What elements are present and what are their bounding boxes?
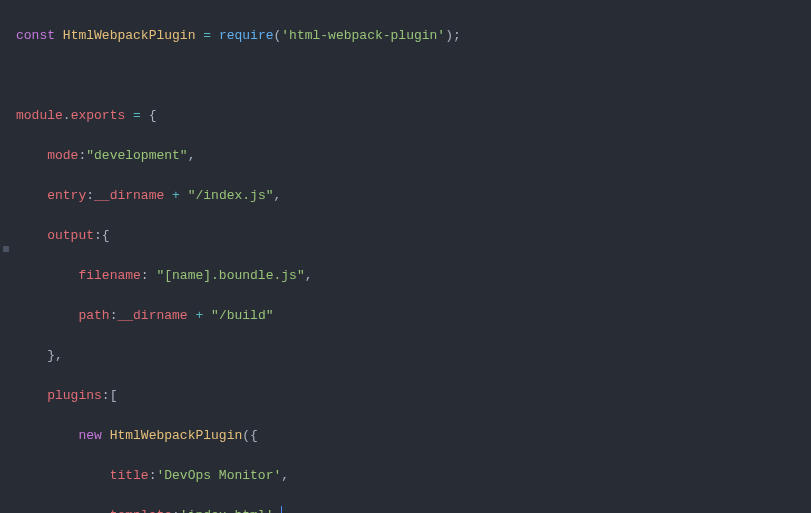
code-line: }, (16, 346, 811, 366)
code-line: mode:"development", (16, 146, 811, 166)
code-line: title:'DevOps Monitor', (16, 466, 811, 486)
code-line: module.exports = { (16, 106, 811, 126)
code-line: output:{ (16, 226, 811, 246)
code-line: const HtmlWebpackPlugin = require('html-… (16, 26, 811, 46)
text-cursor (281, 506, 282, 513)
editor-gutter (0, 6, 14, 513)
code-line: new HtmlWebpackPlugin({ (16, 426, 811, 446)
code-line: filename: "[name].boundle.js", (16, 266, 811, 286)
code-line (16, 66, 811, 86)
gutter-breakpoint-marker[interactable] (3, 246, 9, 252)
code-area[interactable]: const HtmlWebpackPlugin = require('html-… (0, 6, 811, 513)
code-line: template:'index.html', (16, 506, 811, 513)
code-editor[interactable]: const HtmlWebpackPlugin = require('html-… (0, 6, 811, 513)
code-line: path:__dirname + "/build" (16, 306, 811, 326)
code-line: entry:__dirname + "/index.js", (16, 186, 811, 206)
code-line: plugins:[ (16, 386, 811, 406)
